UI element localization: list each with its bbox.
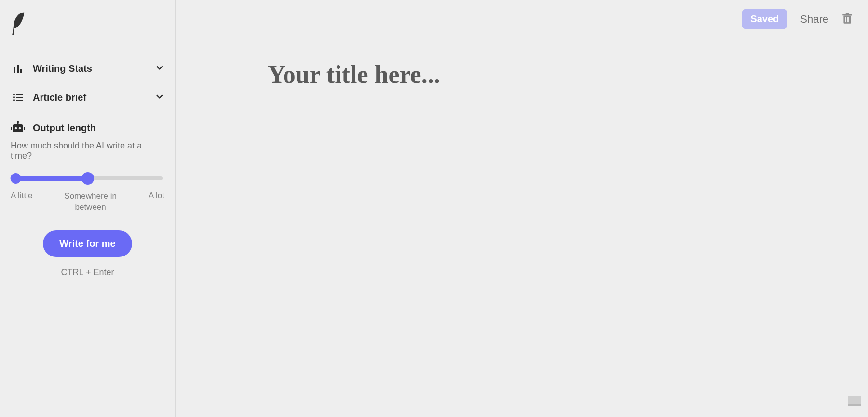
sidebar-section-label: Writing Stats xyxy=(33,63,147,74)
saved-status-chip: Saved xyxy=(742,9,787,29)
svg-rect-2 xyxy=(20,69,22,73)
svg-rect-6 xyxy=(16,97,23,98)
svg-rect-20 xyxy=(847,17,848,22)
svg-rect-9 xyxy=(13,124,23,132)
svg-point-5 xyxy=(13,96,15,98)
slider-label-mid: Somewhere in between xyxy=(34,191,147,213)
svg-point-7 xyxy=(13,99,15,101)
share-button[interactable]: Share xyxy=(800,13,828,26)
output-length-block: Output length How much should the AI wri… xyxy=(11,112,164,278)
slider-labels: A little Somewhere in between A lot xyxy=(11,191,164,213)
sidebar-section-writing-stats[interactable]: Writing Stats xyxy=(11,54,164,83)
sidebar-section-label: Article brief xyxy=(33,92,147,103)
sidebar: Writing Stats Article brief xyxy=(0,0,176,417)
note-icon[interactable] xyxy=(848,396,861,406)
svg-rect-15 xyxy=(24,127,25,130)
editor-area: Saved Share xyxy=(176,0,868,417)
app-logo xyxy=(11,9,164,54)
top-toolbar: Saved Share xyxy=(742,9,854,29)
svg-rect-14 xyxy=(11,127,12,130)
slider-label-min: A little xyxy=(11,191,32,201)
trash-icon[interactable] xyxy=(841,11,854,27)
svg-rect-1 xyxy=(17,65,19,73)
svg-rect-0 xyxy=(14,67,15,73)
chevron-down-icon xyxy=(155,92,164,103)
svg-rect-4 xyxy=(16,94,23,95)
svg-point-3 xyxy=(13,94,15,95)
svg-rect-21 xyxy=(848,17,849,22)
write-for-me-button[interactable]: Write for me xyxy=(43,230,132,257)
svg-rect-8 xyxy=(16,100,23,101)
robot-icon xyxy=(11,121,25,134)
feather-icon xyxy=(11,29,27,37)
sidebar-section-article-brief[interactable]: Article brief xyxy=(11,83,164,112)
svg-point-12 xyxy=(15,127,17,130)
title-input[interactable] xyxy=(268,60,834,89)
shortcut-hint: CTRL + Enter xyxy=(11,268,164,278)
svg-rect-19 xyxy=(845,17,846,22)
svg-point-13 xyxy=(19,127,21,130)
list-icon xyxy=(11,92,25,103)
output-length-slider[interactable] xyxy=(13,175,163,182)
svg-rect-18 xyxy=(846,13,849,14)
output-length-title: Output length xyxy=(33,122,96,134)
output-length-subtitle: How much should the AI write at a time? xyxy=(11,138,164,170)
slider-label-max: A lot xyxy=(149,191,164,201)
chevron-down-icon xyxy=(155,63,164,74)
bar-chart-icon xyxy=(11,63,25,74)
